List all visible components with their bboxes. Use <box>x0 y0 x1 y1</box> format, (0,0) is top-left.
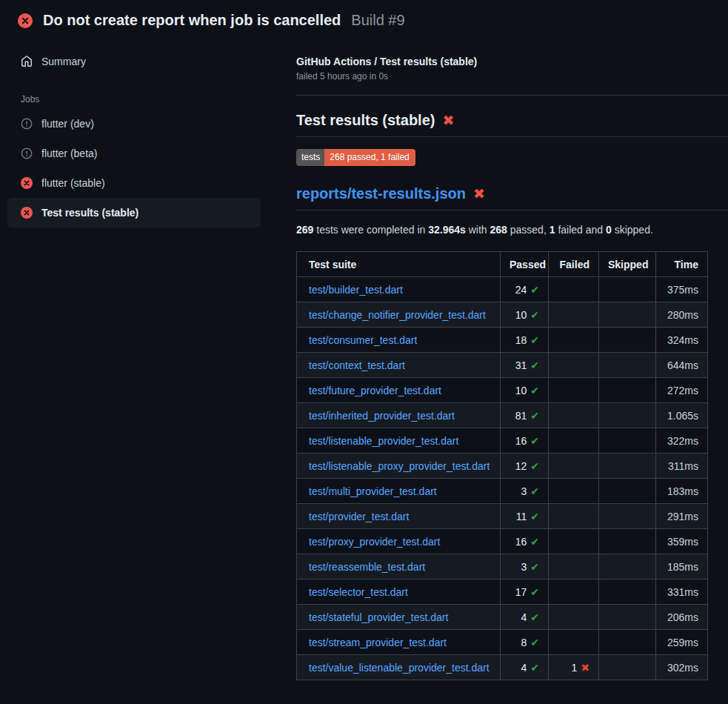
passed-cell: 3✔ <box>501 479 549 504</box>
job-label: flutter (stable) <box>41 177 105 189</box>
check-icon: ✔ <box>530 561 539 573</box>
test-suite-link[interactable]: test/selector_test.dart <box>309 586 408 598</box>
test-suite-link[interactable]: test/proxy_provider_test.dart <box>309 536 440 548</box>
jobs-section-label: Jobs <box>21 94 296 104</box>
test-suite-link[interactable]: test/consumer_test.dart <box>309 334 417 346</box>
passed-cell: 10✔ <box>501 378 549 403</box>
time-cell: 331ms <box>656 580 708 605</box>
check-icon: ✔ <box>530 511 539 522</box>
passed-cell: 18✔ <box>501 328 549 353</box>
test-suite-link[interactable]: test/stream_provider_test.dart <box>309 637 447 648</box>
test-suite-link[interactable]: test/change_notifier_provider_test.dart <box>309 309 486 321</box>
check-icon: ✔ <box>530 359 539 371</box>
job-label: Test results (stable) <box>41 207 138 219</box>
sidebar-item-flutter-stable[interactable]: flutter (stable) <box>7 168 261 198</box>
failed-cell <box>549 328 599 353</box>
check-icon: ✔ <box>530 309 539 321</box>
test-suite-cell: test/inherited_provider_test.dart <box>297 403 501 428</box>
failed-x-icon: ✖ <box>473 187 485 201</box>
failed-cell <box>549 428 599 454</box>
table-row: test/reassemble_test.dart3✔185ms <box>297 554 708 580</box>
x-glyph <box>18 13 33 28</box>
failed-status-icon <box>21 207 33 219</box>
divider <box>296 95 728 96</box>
failed-cell <box>549 554 599 580</box>
breadcrumb: GitHub Actions / Test results (stable) <box>296 56 728 67</box>
table-row: test/change_notifier_provider_test.dart1… <box>297 302 708 328</box>
table-row: test/inherited_provider_test.dart81✔1.06… <box>297 403 708 428</box>
skipped-cell <box>599 378 656 403</box>
check-icon: ✔ <box>530 586 539 598</box>
section-heading: Test results (stable) ✖ <box>296 112 728 137</box>
test-suite-cell: test/stream_provider_test.dart <box>297 630 501 655</box>
time-cell: 302ms <box>656 655 708 680</box>
cancelled-status-icon <box>21 147 33 159</box>
x-icon: ✖ <box>581 662 590 674</box>
passed-cell: 8✔ <box>501 630 549 655</box>
check-icon: ✔ <box>530 637 539 648</box>
sidebar-item-flutter-dev[interactable]: flutter (dev) <box>7 109 261 139</box>
failed-x-icon: ✖ <box>442 113 454 127</box>
test-suite-link[interactable]: test/context_test.dart <box>309 359 405 371</box>
failed-cell <box>549 580 599 605</box>
test-suite-cell: test/reassemble_test.dart <box>297 554 501 580</box>
test-suite-link[interactable]: test/builder_test.dart <box>309 284 403 296</box>
skipped-cell <box>599 454 656 479</box>
sidebar-item-flutter-beta[interactable]: flutter (beta) <box>7 139 261 168</box>
skipped-cell <box>599 353 656 378</box>
failed-cell <box>549 353 599 378</box>
time-cell: 311ms <box>656 454 708 479</box>
passed-cell: 11✔ <box>501 504 549 529</box>
test-suite-link[interactable]: test/provider_test.dart <box>309 511 409 522</box>
passed-cell: 4✔ <box>501 605 549 630</box>
summary-text: tests were completed in <box>313 224 428 236</box>
sidebar-summary-label: Summary <box>41 56 86 67</box>
passed-cell: 16✔ <box>501 428 549 454</box>
check-icon: ✔ <box>530 485 539 497</box>
test-suite-cell: test/context_test.dart <box>297 353 501 378</box>
failed-cell <box>549 302 599 328</box>
sidebar-item-summary[interactable]: Summary <box>0 51 296 72</box>
skipped-cell <box>599 428 656 454</box>
test-suite-cell: test/provider_test.dart <box>297 504 501 529</box>
skipped-count: 0 <box>606 224 612 236</box>
col-header-test-suite: Test suite <box>297 252 501 277</box>
table-row: test/listenable_proxy_provider_test.dart… <box>297 454 708 479</box>
check-icon: ✔ <box>530 284 539 296</box>
test-suite-link[interactable]: test/inherited_provider_test.dart <box>309 410 455 422</box>
skipped-cell <box>599 277 656 302</box>
skipped-cell <box>599 580 656 605</box>
passed-cell: 4✔ <box>501 655 549 680</box>
check-icon: ✔ <box>530 611 539 623</box>
test-suite-link[interactable]: test/listenable_provider_test.dart <box>309 435 458 447</box>
test-suite-link[interactable]: test/stateful_provider_test.dart <box>309 611 448 623</box>
table-row: test/proxy_provider_test.dart16✔359ms <box>297 529 708 554</box>
check-icon: ✔ <box>530 460 539 472</box>
test-suite-link[interactable]: test/listenable_proxy_provider_test.dart <box>309 460 490 472</box>
test-suite-cell: test/selector_test.dart <box>297 580 501 605</box>
failed-cell <box>549 630 599 655</box>
time-cell: 644ms <box>656 353 708 378</box>
section-title: Test results (stable) <box>296 112 435 129</box>
table-row: test/value_listenable_provider_test.dart… <box>297 655 708 680</box>
sidebar-item-test-results-stable[interactable]: Test results (stable) <box>7 198 261 228</box>
col-header-failed: Failed <box>549 252 599 277</box>
test-suite-link[interactable]: test/value_listenable_provider_test.dart <box>309 662 490 674</box>
test-suite-cell: test/listenable_proxy_provider_test.dart <box>297 454 501 479</box>
time-cell: 1.065s <box>656 403 708 428</box>
failed-cell <box>549 277 599 302</box>
tests-badge[interactable]: tests 268 passed, 1 failed <box>296 149 415 166</box>
job-label: flutter (dev) <box>41 118 94 130</box>
time-cell: 183ms <box>656 479 708 504</box>
passed-count: 268 <box>490 224 507 236</box>
test-suite-link[interactable]: test/future_provider_test.dart <box>309 385 441 396</box>
col-header-skipped: Skipped <box>599 252 656 277</box>
report-file-link[interactable]: reports/test-results.json <box>296 185 466 202</box>
test-suite-link[interactable]: test/reassemble_test.dart <box>309 561 425 573</box>
skipped-cell <box>599 630 656 655</box>
passed-cell: 10✔ <box>501 302 549 328</box>
home-icon <box>21 56 33 67</box>
skipped-cell <box>599 403 656 428</box>
test-suite-link[interactable]: test/multi_provider_test.dart <box>309 485 437 497</box>
results-table-body: test/builder_test.dart24✔375mstest/chang… <box>297 277 708 680</box>
